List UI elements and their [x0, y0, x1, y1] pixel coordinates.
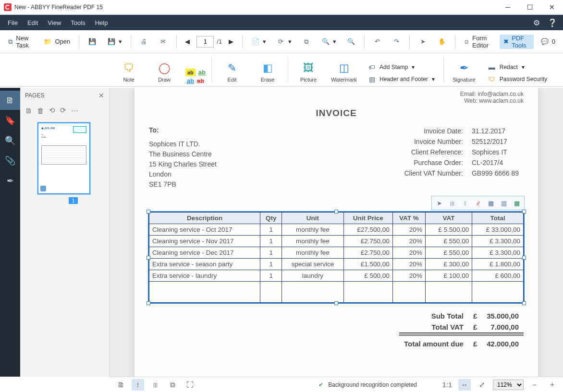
add-stamp-button[interactable]: 🏷Add Stamp ▾ [365, 62, 438, 72]
rotate-left-icon[interactable]: ⟲ [49, 106, 55, 115]
rail-bookmarks-icon[interactable]: 🔖 [0, 111, 20, 130]
table-delete-icon[interactable]: ⫽ [472, 197, 484, 209]
pages-panel-close-icon[interactable]: ✕ [98, 92, 104, 99]
edit-tool[interactable]: ✎Edit [218, 59, 246, 84]
table-split-h-icon[interactable]: ⫶ [459, 197, 471, 209]
form-icon: ⧈ [464, 37, 469, 46]
rail-search-icon[interactable]: 🔍 [0, 131, 20, 150]
draw-label: Draw [158, 77, 171, 83]
rail-signatures-icon[interactable]: ✒ [0, 171, 20, 190]
main-toolbar: ⧉New Task 📁Open 💾 💾▾ 🖨 ✉ ◀ /1 ▶ 📄▾ ⟳▾ ⧉ … [0, 30, 563, 53]
pdf-tools-button[interactable]: ✖PDF Tools [500, 35, 534, 49]
page-total-label: /1 [217, 38, 222, 45]
crop-button[interactable]: ⧉ [298, 35, 315, 49]
view-continuous-icon[interactable]: ⫶ [132, 379, 144, 391]
invoice-table: DescriptionQtyUnitUnit PriceVAT %VATTota… [149, 212, 524, 303]
recognition-status: Background recognition completed [328, 381, 417, 388]
next-page-button[interactable]: ▶ [225, 35, 237, 49]
minimize-button[interactable]: ─ [497, 0, 519, 15]
add-page-button[interactable]: 📄▾ [247, 35, 270, 49]
signature-label: Signature [453, 77, 475, 83]
redo-button[interactable]: ↷ [388, 35, 404, 49]
menu-view[interactable]: View [44, 17, 65, 28]
rotate-right-icon[interactable]: ⟳ [60, 106, 66, 115]
edit-label: Edit [228, 77, 237, 83]
find-button[interactable]: 🔍 [343, 35, 359, 49]
recognized-table-region[interactable]: ➤ ⫼ ⫶ ⫽ ▦ ▥ ▦ DescriptionQtyUnitUnit Pri… [149, 212, 524, 303]
menu-bar: File Edit View Tools Help ⚙ ❔ [0, 15, 563, 30]
undo-button[interactable]: ↶ [369, 35, 385, 49]
fit-page-icon[interactable]: ⤢ [476, 379, 488, 391]
view-single-icon[interactable]: 🗎 [114, 379, 127, 391]
page-thumbnail-1[interactable]: ◆ ACLAM ToSophi...... [37, 122, 90, 194]
doc-email: Email: info@aclam.co.uk [149, 91, 524, 97]
header-footer-label: Header and Footer [379, 76, 428, 83]
delete-page-icon[interactable]: 🗑 [37, 107, 44, 115]
more-icon[interactable]: ⋯ [71, 106, 78, 115]
text-tool[interactable]: ab [187, 77, 194, 84]
view-book-icon[interactable]: ⧉ [166, 379, 179, 391]
rail-attachments-icon[interactable]: 📎 [0, 151, 20, 170]
view-fullscreen-icon[interactable]: ⛶ [184, 379, 196, 391]
to-line: Sophices IT LTD. [149, 139, 217, 149]
strikeout-tool[interactable]: ab [197, 77, 204, 84]
draw-tool[interactable]: ◯Draw [150, 59, 179, 84]
view-facing-icon[interactable]: ⫼ [149, 379, 161, 391]
hand-tool-button[interactable]: ✋ [434, 35, 450, 49]
zoom-in-button[interactable]: ＋ [546, 379, 558, 391]
save-button[interactable]: 💾 [84, 35, 100, 49]
underline-tool[interactable]: ab [198, 69, 206, 76]
redact-button[interactable]: ▬Redact ▾ [485, 62, 550, 72]
close-button[interactable]: ✕ [541, 0, 563, 15]
to-label: To: [149, 125, 217, 135]
settings-icon[interactable]: ⚙ [531, 16, 542, 29]
email-button[interactable]: ✉ [155, 35, 171, 49]
add-page-icon[interactable]: 🗎 [25, 107, 32, 115]
meta-value: 31.12.2017 [468, 126, 523, 136]
new-task-button[interactable]: ⧉New Task [4, 35, 37, 49]
highlight-tool[interactable]: ab [185, 69, 196, 76]
header-footer-icon: ▤ [368, 75, 376, 83]
watermark-tool[interactable]: ◫Watermark [330, 59, 358, 84]
help-icon[interactable]: ❔ [546, 16, 559, 29]
table-auto-icon[interactable]: ▦ [511, 197, 523, 209]
prev-page-button[interactable]: ◀ [181, 35, 194, 49]
table-pointer-icon[interactable]: ➤ [433, 197, 445, 209]
table-split-v-icon[interactable]: ⫼ [446, 197, 458, 209]
erase-tool[interactable]: ◧Erase [253, 59, 282, 84]
save-as-button[interactable]: 💾▾ [103, 35, 126, 49]
hand-icon: ✋ [438, 37, 446, 46]
zoom-select[interactable]: 112% [493, 380, 524, 390]
pointer-tool-button[interactable]: ➤ [415, 35, 431, 49]
menu-tools[interactable]: Tools [67, 17, 89, 28]
menu-help[interactable]: Help [91, 17, 112, 28]
table-merge2-icon[interactable]: ▥ [498, 197, 510, 209]
table-merge-icon[interactable]: ▦ [485, 197, 497, 209]
document-area[interactable]: Email: info@aclam.co.uk Web: www.aclam.c… [110, 88, 563, 377]
print-icon: 🖨 [140, 37, 148, 46]
print-button[interactable]: 🖨 [136, 35, 152, 49]
erase-label: Erase [261, 77, 275, 83]
menu-edit[interactable]: Edit [24, 17, 42, 28]
open-button[interactable]: 📁Open [39, 35, 74, 49]
page-number-input[interactable] [196, 36, 214, 48]
form-editor-button[interactable]: ⧈Form Editor [460, 35, 497, 49]
page-add-icon: 📄 [251, 37, 260, 46]
menu-file[interactable]: File [4, 17, 22, 28]
recognize-button[interactable]: 🔍▾ [318, 35, 340, 49]
header-footer-button[interactable]: ▤Header and Footer ▾ [365, 74, 438, 84]
rail-pages-icon[interactable]: 🗎 [0, 91, 20, 110]
zoom-out-button[interactable]: − [528, 379, 541, 391]
fit-width-icon[interactable]: ↔ [458, 379, 471, 391]
maximize-button[interactable]: ☐ [519, 0, 541, 15]
rotate-button[interactable]: ⟳▾ [273, 35, 295, 49]
signature-tool[interactable]: ✒Signature [450, 59, 478, 84]
open-label: Open [55, 38, 70, 45]
password-security-button[interactable]: 🛡Password Security [485, 74, 550, 84]
actual-size-button[interactable]: 1:1 [441, 379, 453, 391]
folder-icon: 📁 [43, 37, 52, 46]
comments-button[interactable]: 💬0 [537, 35, 559, 49]
picture-tool[interactable]: 🖼Picture [294, 59, 323, 84]
to-line: The Business Centre [149, 149, 217, 159]
note-tool[interactable]: 🗨Note [114, 59, 143, 84]
